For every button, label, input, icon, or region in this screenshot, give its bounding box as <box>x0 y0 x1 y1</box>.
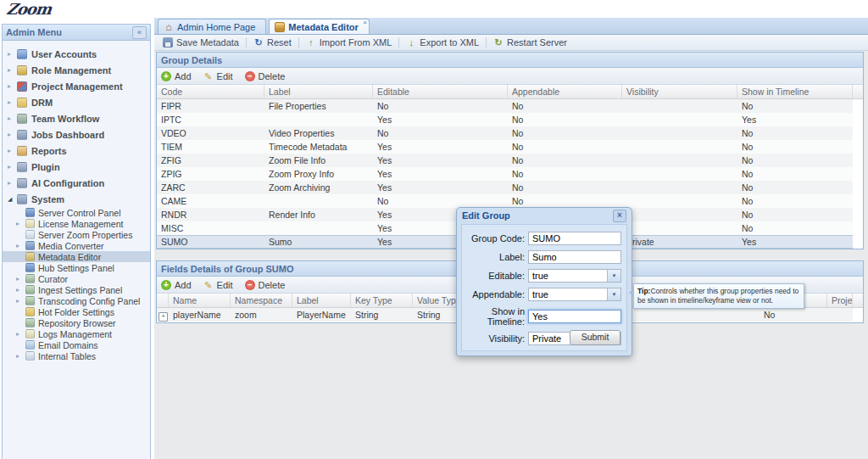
dialog-field-row: Label:Sumo <box>462 250 626 264</box>
expand-arrow-icon[interactable]: ▸ <box>8 115 17 122</box>
sidebar-item-project-management[interactable]: ▸Project Management <box>3 78 150 94</box>
table-row[interactable]: CAMENoNoNo <box>157 194 853 208</box>
dialog-field-row: Show in Timeline:Yes <box>462 306 626 327</box>
dropdown-trigger-icon[interactable]: ▾ <box>607 270 620 282</box>
sidebar-item-plugin[interactable]: ▸Plugin <box>3 159 150 175</box>
sidebar-item-drm[interactable]: ▸DRM <box>3 94 150 110</box>
sidebar-item-team-workflow[interactable]: ▸Team Workflow <box>3 110 150 126</box>
sidebar-item-label: Plugin <box>31 162 60 172</box>
expand-arrow-icon[interactable]: ▸ <box>16 286 25 294</box>
dialog-field-row: Group Code:SUMO <box>462 232 626 245</box>
sidebar-item-hub-settings-panel[interactable]: Hub Settings Panel <box>3 262 150 273</box>
sidebar: Admin Menu « ▸User Accounts▸Role Managem… <box>2 24 151 459</box>
column-header-name[interactable]: Name <box>169 294 231 307</box>
sidebar-item-label: User Accounts <box>31 49 97 59</box>
dialog-select-editable[interactable]: true▾ <box>528 269 621 283</box>
sidebar-item-media-converter[interactable]: ▸Media Converter <box>3 240 150 251</box>
sidebar-item-ingest-settings-panel[interactable]: ▸Ingest Settings Panel <box>3 284 150 295</box>
table-row[interactable]: FIPRFile PropertiesNoNoNo <box>157 99 853 113</box>
expand-arrow-icon[interactable]: ▸ <box>8 50 17 58</box>
expand-arrow-icon[interactable]: ▸ <box>8 147 17 154</box>
sidebar-item-license-management[interactable]: ▸License Management <box>3 218 150 229</box>
toolbar-button-save-metadata[interactable]: Save Metadata <box>158 36 244 49</box>
sitemap-icon <box>25 274 35 283</box>
delete-button[interactable]: −Delete <box>245 71 286 81</box>
field-value: Sumo <box>532 252 557 262</box>
sidebar-item-system[interactable]: ◢System <box>3 191 150 207</box>
cell-show-in-timeline: No <box>737 194 853 208</box>
sidebar-item-label: Media Converter <box>38 241 104 251</box>
expand-arrow-icon[interactable]: ▸ <box>8 163 17 171</box>
expand-arrow-icon[interactable]: ▸ <box>16 242 25 249</box>
sidebar-item-transcoding-config-panel[interactable]: ▸Transcoding Config Panel <box>3 295 150 306</box>
collapse-arrow-icon[interactable]: ◢ <box>8 196 17 203</box>
dialog-close-icon[interactable]: × <box>613 210 626 222</box>
sidebar-item-server-control-panel[interactable]: Server Control Panel <box>3 207 150 218</box>
dialog-header[interactable]: Edit Group × <box>457 208 632 223</box>
expand-arrow-icon[interactable]: ▸ <box>8 98 17 106</box>
dialog-select-appendable[interactable]: true▾ <box>528 288 621 301</box>
dialog-input-group-code[interactable]: SUMO <box>528 232 621 245</box>
sidebar-item-internal-tables[interactable]: ▸Internal Tables <box>3 350 150 361</box>
table-row[interactable]: ZFIGZoom File InfoYesNoNo <box>157 154 853 167</box>
sidebar-item-hot-folder-settings[interactable]: Hot Folder Settings <box>3 306 150 317</box>
sidebar-item-metadata-editor[interactable]: Metadata Editor <box>3 251 150 262</box>
column-header-namespace[interactable]: Namespace <box>231 294 292 307</box>
tab-close-icon[interactable]: × <box>363 20 367 26</box>
expand-arrow-icon[interactable]: ▸ <box>16 352 25 360</box>
expand-arrow-icon[interactable]: ▸ <box>8 179 17 187</box>
column-header-key-type[interactable]: Key Type <box>351 294 413 307</box>
sidebar-item-ai-configuration[interactable]: ▸AI Configuration <box>3 175 150 191</box>
column-header-appendable[interactable]: Appendable <box>508 85 622 98</box>
sidebar-item-jobs-dashboard[interactable]: ▸Jobs Dashboard <box>3 126 150 143</box>
dropdown-trigger-icon[interactable]: ▾ <box>607 288 620 300</box>
add-button[interactable]: +Add <box>161 280 192 290</box>
tab-metadata-editor[interactable]: Metadata Editor× <box>269 19 370 34</box>
dialog-body: Group Code:SUMOLabel:SumoEditable:true▾A… <box>461 224 627 351</box>
sidebar-item-reports[interactable]: ▸Reports <box>3 143 150 159</box>
edit-button[interactable]: ✎Edit <box>203 71 233 81</box>
tab-admin-home-page[interactable]: ⌂Admin Home Page <box>158 19 266 34</box>
column-header-code[interactable]: Code <box>157 85 264 98</box>
cell-label: PlayerName <box>292 308 351 322</box>
table-row[interactable]: TIEMTimecode MetadataYesNoNo <box>157 140 853 154</box>
dialog-input-show-in-timeline[interactable]: Yes <box>528 310 621 323</box>
table-row[interactable]: IPTCYesNoYes <box>157 113 853 126</box>
expand-arrow-icon[interactable]: ▸ <box>8 66 17 74</box>
column-header-label[interactable]: Label <box>292 294 351 307</box>
table-row[interactable]: ZARCZoom ArchivingYesNoNo <box>157 181 853 194</box>
expand-arrow-icon[interactable]: ▸ <box>16 330 25 338</box>
table-row[interactable]: ZPIGZoom Proxy InfoYesNoNo <box>157 167 853 181</box>
toolbar-button-reset[interactable]: ↻Reset <box>248 36 297 49</box>
sidebar-item-role-management[interactable]: ▸Role Management <box>3 62 150 78</box>
cell-editable: Yes <box>373 181 508 194</box>
add-button[interactable]: +Add <box>161 71 192 81</box>
toolbar-button-import-from-xml[interactable]: ↑Import From XML <box>301 36 398 49</box>
sidebar-item-repository-browser[interactable]: Repository Browser <box>3 317 150 328</box>
delete-button[interactable]: −Delete <box>245 280 286 290</box>
sidebar-item-curator[interactable]: ▸Curator <box>3 273 150 284</box>
sidebar-item-user-accounts[interactable]: ▸User Accounts <box>3 46 150 62</box>
sidebar-item-server-zoom-properties[interactable]: Server Zoom Properties <box>3 229 150 240</box>
top-strip <box>0 0 868 18</box>
submit-button[interactable]: Submit <box>570 330 620 345</box>
expand-arrow-icon[interactable]: ▸ <box>16 275 25 283</box>
expand-arrow-icon[interactable]: ▸ <box>16 220 25 227</box>
expand-arrow-icon[interactable]: ▸ <box>8 131 17 138</box>
dialog-input-label[interactable]: Sumo <box>528 250 621 264</box>
column-header-visibility[interactable]: Visibility <box>622 85 737 98</box>
toolbar-button-restart-server[interactable]: ↻Restart Server <box>488 36 572 49</box>
expand-arrow-icon[interactable]: ▸ <box>16 297 25 305</box>
sidebar-item-email-domains[interactable]: Email Domains <box>3 339 150 350</box>
expand-arrow-icon[interactable]: ▸ <box>8 82 17 90</box>
toolbar-button-export-to-xml[interactable]: ↓Export to XML <box>401 36 484 49</box>
column-header-projects[interactable]: Projects <box>827 294 853 307</box>
column-header-show-in-timeline[interactable]: Show in Timeline <box>737 85 853 98</box>
sidebar-collapse-button[interactable]: « <box>132 26 147 39</box>
edit-button[interactable]: ✎Edit <box>203 280 233 290</box>
expand-plus-icon[interactable]: + <box>159 312 168 322</box>
table-row[interactable]: VDEOVideo PropertiesNoNoNo <box>157 126 853 140</box>
sidebar-item-logs-management[interactable]: ▸Logs Management <box>3 328 150 339</box>
column-header-label[interactable]: Label <box>264 85 373 98</box>
column-header-editable[interactable]: Editable <box>373 85 508 98</box>
